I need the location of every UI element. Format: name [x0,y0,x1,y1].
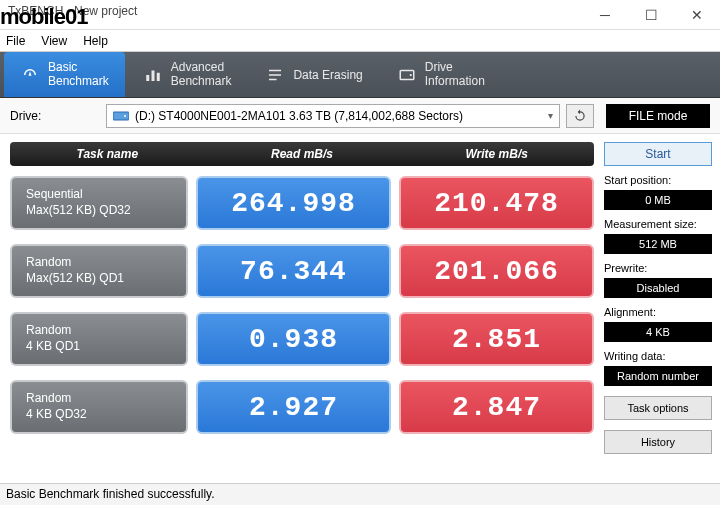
prewrite-value[interactable]: Disabled [604,278,712,298]
results-header: Task name Read mB/s Write mB/s [10,142,594,166]
write-value: 2.847 [399,380,594,434]
drive-text: (D:) ST4000NE001-2MA101 3.63 TB (7,814,0… [135,109,463,123]
bars-icon [143,65,163,85]
tab-bar: BasicBenchmark AdvancedBenchmark Data Er… [0,52,720,98]
start-button[interactable]: Start [604,142,712,166]
tab-data-erasing[interactable]: Data Erasing [249,52,378,97]
hdd-icon [113,110,129,122]
task-name: SequentialMax(512 KB) QD32 [10,176,188,230]
window-title: TxBENCH - New project [8,4,137,18]
start-position-value[interactable]: 0 MB [604,190,712,210]
result-row: SequentialMax(512 KB) QD32 264.998 210.4… [10,176,594,230]
menu-help[interactable]: Help [83,34,108,48]
title-bar: TxBENCH - New project ─ ☐ ✕ [0,0,720,30]
results-area: Task name Read mB/s Write mB/s Sequentia… [0,134,604,492]
read-value: 2.927 [196,380,391,434]
menu-file[interactable]: File [6,34,25,48]
measurement-size-label: Measurement size: [604,218,712,230]
alignment-label: Alignment: [604,306,712,318]
menu-view[interactable]: View [41,34,67,48]
maximize-button[interactable]: ☐ [628,0,674,30]
write-value: 210.478 [399,176,594,230]
write-value: 2.851 [399,312,594,366]
svg-point-4 [409,73,411,75]
read-value: 264.998 [196,176,391,230]
alignment-value[interactable]: 4 KB [604,322,712,342]
header-task: Task name [10,147,205,161]
tab-advanced-benchmark[interactable]: AdvancedBenchmark [127,52,248,97]
svg-point-6 [124,115,126,117]
writing-data-label: Writing data: [604,350,712,362]
task-name: RandomMax(512 KB) QD1 [10,244,188,298]
svg-rect-2 [156,72,159,80]
task-name: Random4 KB QD32 [10,380,188,434]
measurement-size-value[interactable]: 512 MB [604,234,712,254]
close-button[interactable]: ✕ [674,0,720,30]
task-options-button[interactable]: Task options [604,396,712,420]
svg-rect-1 [151,70,154,81]
history-button[interactable]: History [604,430,712,454]
read-value: 76.344 [196,244,391,298]
chevron-down-icon: ▾ [548,110,553,121]
erase-icon [265,65,285,85]
writing-data-value[interactable]: Random number [604,366,712,386]
write-value: 201.066 [399,244,594,298]
menu-bar: File View Help [0,30,720,52]
drive-row: Drive: (D:) ST4000NE001-2MA101 3.63 TB (… [0,98,720,134]
start-position-label: Start position: [604,174,712,186]
read-value: 0.938 [196,312,391,366]
side-panel: Start Start position: 0 MB Measurement s… [604,134,720,492]
result-row: Random4 KB QD32 2.927 2.847 [10,380,594,434]
tab-drive-information[interactable]: DriveInformation [381,52,501,97]
result-row: RandomMax(512 KB) QD1 76.344 201.066 [10,244,594,298]
tab-basic-benchmark[interactable]: BasicBenchmark [4,52,125,97]
header-read: Read mB/s [205,147,400,161]
refresh-icon [573,109,587,123]
minimize-button[interactable]: ─ [582,0,628,30]
gauge-icon [20,65,40,85]
result-row: Random4 KB QD1 0.938 2.851 [10,312,594,366]
svg-rect-0 [146,75,149,81]
refresh-button[interactable] [566,104,594,128]
status-bar: Basic Benchmark finished successfully. [0,483,720,505]
prewrite-label: Prewrite: [604,262,712,274]
svg-rect-5 [113,112,129,120]
task-name: Random4 KB QD1 [10,312,188,366]
drive-select[interactable]: (D:) ST4000NE001-2MA101 3.63 TB (7,814,0… [106,104,560,128]
file-mode-button[interactable]: FILE mode [606,104,710,128]
drive-label: Drive: [10,109,100,123]
drive-info-icon [397,65,417,85]
header-write: Write mB/s [399,147,594,161]
